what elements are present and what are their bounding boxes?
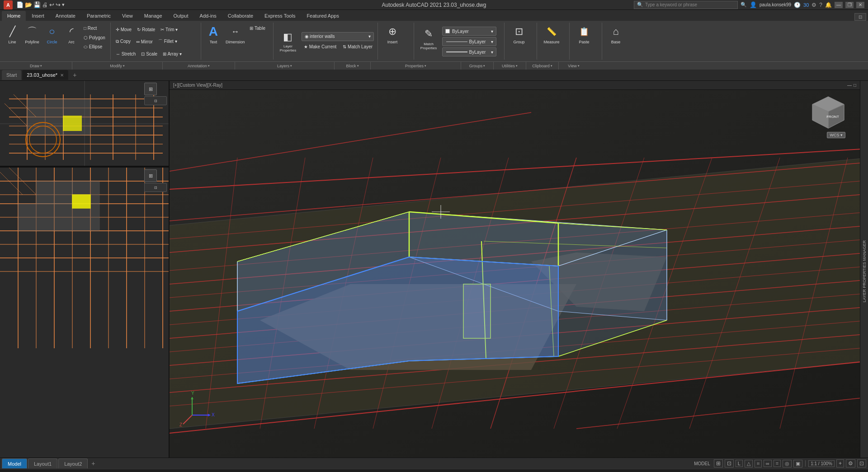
polar-btn[interactable]: △ [745, 460, 753, 467]
clipboard-label[interactable]: Clipboard▾ [526, 62, 559, 70]
workspace-selector[interactable]: ⊡ [854, 13, 866, 21]
selection-filter-btn[interactable]: ▣ [793, 460, 802, 467]
restore-btn[interactable]: ❐ [845, 2, 854, 8]
trim-button[interactable]: ✂ Trim ▾ [158, 25, 180, 34]
qa-open[interactable]: 📂 [25, 1, 32, 8]
scale-button[interactable]: ⊡ Scale [139, 49, 160, 58]
circle-button[interactable]: ○ Circle [42, 23, 61, 55]
view-label[interactable]: View▾ [559, 62, 589, 70]
polygon-button[interactable]: ⬡ Polygon [81, 33, 108, 42]
otrack-btn[interactable]: ∞ [764, 460, 772, 467]
viewport-maximize-btn[interactable]: □ [854, 83, 856, 88]
layout-add-btn[interactable]: + [89, 459, 98, 468]
viewcube[interactable]: FRONT [810, 94, 846, 131]
search-go-icon[interactable]: 🔍 [741, 2, 747, 8]
annotation-scale[interactable]: 1:1 / 100% [808, 460, 835, 467]
measure-button[interactable]: 📏 Measure [540, 23, 563, 55]
layout2-tab[interactable]: Layout2 [58, 458, 88, 468]
workspace-btn[interactable]: ⊡ [857, 459, 866, 467]
match-properties-button[interactable]: ✎ MatchProperties [417, 26, 440, 57]
layout1-tab[interactable]: Layout1 [28, 458, 57, 468]
zoom-btn[interactable]: + [836, 459, 844, 467]
tab-close-btn[interactable]: ✕ [60, 73, 64, 78]
dimension-button[interactable]: ↔ Dimension [224, 23, 247, 55]
help-icon[interactable]: ? [819, 2, 822, 8]
tab-drawing[interactable]: 23.03_uhose* ✕ [22, 70, 68, 80]
linetype-dropdown[interactable]: ByLayer ▾ [442, 37, 496, 46]
groups-label[interactable]: Groups▾ [461, 62, 494, 70]
grid-btn[interactable]: ⊞ [714, 459, 723, 467]
settings-btn[interactable]: ⚙ [846, 459, 855, 467]
tab-addins[interactable]: Add-ins [194, 11, 222, 21]
qa-redo[interactable]: ↪ [56, 1, 61, 8]
viewport-restore-btn[interactable]: — [847, 83, 852, 88]
ellipse-button[interactable]: ⬭ Ellipse [81, 42, 108, 51]
modify-label[interactable]: Modify▾ [72, 62, 163, 70]
nav-top-square[interactable]: ⊞ [144, 83, 157, 95]
qa-new[interactable]: 📄 [16, 1, 24, 8]
table-button[interactable]: ⊞ Table [247, 23, 268, 33]
insert-button[interactable]: ⊕ Insert [381, 23, 404, 55]
tab-view[interactable]: View [117, 11, 138, 21]
tab-manage[interactable]: Manage [139, 11, 168, 21]
block-label[interactable]: Block▾ [335, 62, 371, 70]
nav-bottom-square[interactable]: ⊞ [144, 169, 157, 182]
snap-btn[interactable]: ⊡ [725, 459, 734, 467]
copy-button[interactable]: ⧉ Copy [113, 37, 133, 46]
draw-label[interactable]: Draw▾ [0, 62, 72, 70]
osnap-btn[interactable]: ⌗ [755, 460, 762, 467]
user-icon: 👤 [750, 1, 757, 8]
lineweight-btn[interactable]: = [774, 460, 781, 467]
fillet-button[interactable]: ⌒ Fillet ▾ [156, 37, 179, 46]
utilities-label[interactable]: Utilities▾ [494, 62, 526, 70]
match-layer-button[interactable]: ⇅ Match Layer [340, 42, 375, 51]
rotate-button[interactable]: ↻ Rotate [135, 25, 157, 34]
tab-insert[interactable]: Insert [26, 11, 50, 21]
qa-print[interactable]: 🖨 [42, 1, 48, 8]
layer-properties-manager-label[interactable]: LAYER PROPERTIES MANAGER [862, 240, 867, 302]
color-dropdown[interactable]: ByLayer ▾ [442, 27, 496, 36]
model-tab[interactable]: Model [2, 458, 27, 468]
tab-annotate[interactable]: Annotate [50, 11, 81, 21]
tab-home[interactable]: Home [2, 11, 26, 21]
layer-dropdown[interactable]: ◉ interior walls ▾ [302, 32, 374, 41]
rect-button[interactable]: □ Rect [81, 23, 108, 33]
line-button[interactable]: ╱ Line [3, 23, 22, 55]
viewport-canvas[interactable]: X Y Z FRONT [170, 90, 860, 458]
tab-featuredapps[interactable]: Featured Apps [301, 11, 344, 21]
tab-collaborate[interactable]: Collaborate [222, 11, 259, 21]
properties-label[interactable]: Properties▾ [371, 62, 461, 70]
arc-button[interactable]: ◜ Arc [62, 23, 80, 55]
move-button[interactable]: ✛ Move [113, 25, 134, 34]
title-search[interactable]: 🔍 Type a keyword or phrase [634, 1, 738, 9]
tab-output[interactable]: Output [168, 11, 194, 21]
minimize-btn[interactable]: — [835, 2, 843, 8]
tab-add-btn[interactable]: + [69, 70, 80, 80]
ortho-btn[interactable]: L [736, 460, 743, 467]
text-button[interactable]: A Text [204, 23, 223, 55]
tab-start[interactable]: Start [2, 70, 21, 80]
app-icon[interactable]: A [4, 0, 13, 9]
layer-properties-button[interactable]: ◧ LayerProperties [276, 26, 300, 57]
transparency-btn[interactable]: ◎ [783, 460, 792, 467]
annotation-label[interactable]: Annotation▾ [163, 62, 235, 70]
make-current-button[interactable]: ★ Make Current [302, 42, 339, 51]
qa-extra[interactable]: ▾ [62, 2, 65, 8]
tab-expresstools[interactable]: Express Tools [259, 11, 301, 21]
notification-icon[interactable]: 🔔 [825, 2, 832, 8]
properties-buttons: ✎ MatchProperties ByLayer ▾ ByLayer [417, 23, 496, 60]
stretch-button[interactable]: ↔ Stretch [113, 49, 138, 58]
base-button[interactable]: ⌂ Base [605, 23, 627, 55]
array-button[interactable]: ⊞ Array ▾ [160, 49, 184, 58]
close-btn[interactable]: ✕ [856, 2, 864, 8]
qa-undo[interactable]: ↩ [49, 1, 54, 8]
tab-parametric[interactable]: Parametric [81, 11, 116, 21]
mirror-button[interactable]: ⇔ Mirror [134, 37, 155, 46]
lineweight-dropdown[interactable]: ByLayer ▾ [442, 47, 496, 56]
qa-save[interactable]: 💾 [33, 1, 41, 8]
modify-row1: ✛ Move ↻ Rotate ✂ Trim ▾ [113, 25, 180, 34]
paste-button[interactable]: 📋 Paste [572, 23, 596, 55]
polyline-button[interactable]: ⌒ Polyline [23, 23, 42, 55]
layers-label[interactable]: Layers▾ [235, 62, 335, 70]
group-button[interactable]: ⊡ Group [507, 23, 531, 55]
